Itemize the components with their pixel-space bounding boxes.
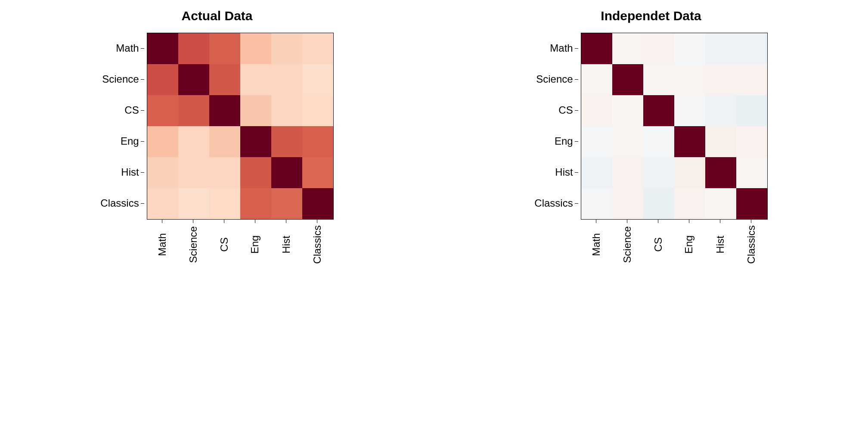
heatmap-cell	[674, 188, 705, 219]
x-tick-label: Hist	[705, 220, 736, 251]
x-tick-text: Classics	[745, 225, 757, 264]
x-tick-label: Math	[147, 220, 178, 251]
x-tick-text: Science	[187, 226, 199, 263]
heatmap-cell	[643, 157, 674, 188]
y-tick-text: Math	[116, 42, 140, 54]
heatmap-cell	[612, 157, 643, 188]
heatmap-cell	[736, 95, 767, 126]
heatmap-cell	[271, 188, 302, 219]
heatmap-panel-independent: Independet Data MathScienceCSEngHistClas…	[457, 9, 845, 251]
heatmap-cell	[147, 126, 178, 157]
heatmap-cell	[209, 188, 240, 219]
heatmap-cell	[302, 188, 333, 219]
heatmap-cell	[674, 33, 705, 64]
heatmap-wrap-actual: MathScienceCSEngHistClassics	[147, 33, 334, 251]
heatmap-cell	[209, 95, 240, 126]
heatmap-cell	[674, 95, 705, 126]
heatmap-cell	[147, 33, 178, 64]
heatmap-cell	[271, 64, 302, 95]
heatmap-cell	[240, 64, 271, 95]
heatmap-cell	[178, 188, 209, 219]
x-tick-label: Hist	[271, 220, 302, 251]
heatmap-cell	[736, 188, 767, 219]
heatmap-cell	[178, 157, 209, 188]
chart-title-independent: Independet Data	[601, 9, 701, 23]
heatmap-cell	[643, 95, 674, 126]
y-tick-mark	[141, 141, 144, 142]
y-tick-label: Eng	[555, 126, 578, 157]
y-tick-mark	[575, 203, 578, 204]
heatmap-cell	[302, 126, 333, 157]
x-tick-label: CS	[643, 220, 674, 251]
heatmap-cell	[147, 157, 178, 188]
x-tick-mark	[162, 220, 162, 223]
x-tick-mark	[255, 220, 255, 223]
heatmap-cell	[147, 188, 178, 219]
y-tick-mark	[141, 203, 144, 204]
heatmap-cell	[178, 126, 209, 157]
heatmap-cell	[705, 126, 736, 157]
y-tick-mark	[141, 172, 144, 173]
heatmap-cell	[271, 126, 302, 157]
heatmap-cell	[643, 33, 674, 64]
x-tick-text: Math	[156, 233, 168, 256]
heatmap-cell	[178, 95, 209, 126]
heatmap-cell	[612, 95, 643, 126]
x-tick-label: Classics	[302, 220, 333, 251]
x-tick-mark	[317, 220, 317, 223]
x-tick-mark	[689, 220, 689, 223]
y-tick-label: Eng	[121, 126, 144, 157]
heatmap-cell	[147, 64, 178, 95]
heatmap-cell	[674, 157, 705, 188]
y-tick-text: Science	[102, 73, 140, 85]
heatmap-cell	[581, 33, 612, 64]
y-tick-label: CS	[558, 95, 578, 126]
x-tick-mark	[596, 220, 596, 223]
heatmap-cell	[271, 33, 302, 64]
y-tick-text: Science	[536, 73, 574, 85]
y-tick-text: Eng	[121, 135, 141, 147]
x-tick-label: Science	[178, 220, 209, 251]
heatmap-cell	[612, 33, 643, 64]
y-tick-mark	[141, 110, 144, 111]
heatmap-cell	[736, 64, 767, 95]
heatmap-cell	[705, 188, 736, 219]
x-tick-label: Eng	[674, 220, 705, 251]
heatmap-cell	[178, 33, 209, 64]
y-tick-mark	[575, 79, 578, 80]
y-tick-label: Classics	[100, 188, 144, 219]
heatmap-cell	[147, 95, 178, 126]
x-tick-text: Eng	[249, 236, 261, 254]
heatmap-cell	[705, 33, 736, 64]
heatmap-cell	[581, 157, 612, 188]
heatmap-cell	[240, 188, 271, 219]
heatmap-cell	[736, 157, 767, 188]
y-tick-label: Science	[536, 64, 578, 95]
y-tick-text: CS	[558, 104, 574, 116]
x-tick-mark	[224, 220, 224, 223]
y-tick-mark	[575, 141, 578, 142]
heatmap-cell	[302, 64, 333, 95]
heatmap-cell	[581, 64, 612, 95]
heatmap-cell	[302, 95, 333, 126]
heatmap-cell	[581, 126, 612, 157]
heatmap-cell	[302, 33, 333, 64]
heatmap-cell	[581, 188, 612, 219]
y-tick-text: Hist	[121, 166, 140, 178]
heatmap-grid-actual	[147, 33, 334, 220]
x-tick-text: CS	[218, 237, 230, 251]
heatmap-cell	[674, 64, 705, 95]
heatmap-cell	[271, 157, 302, 188]
y-tick-text: Classics	[534, 197, 574, 209]
x-tick-text: Science	[621, 226, 633, 263]
heatmap-cell	[643, 188, 674, 219]
heatmap-cell	[240, 157, 271, 188]
heatmap-cell	[240, 126, 271, 157]
x-tick-mark	[627, 220, 627, 223]
x-tick-text: Math	[590, 233, 602, 256]
plot-area-actual: MathScienceCSEngHistClassics MathScience…	[100, 33, 333, 251]
y-tick-mark	[141, 48, 144, 49]
heatmap-cell	[643, 126, 674, 157]
heatmap-cell	[705, 95, 736, 126]
x-tick-mark	[720, 220, 720, 223]
